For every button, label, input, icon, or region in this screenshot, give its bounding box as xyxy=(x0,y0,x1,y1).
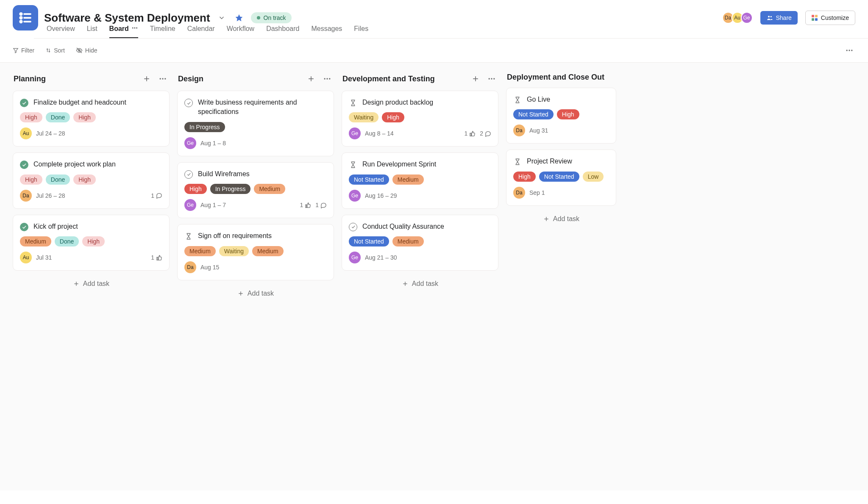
task-card[interactable]: Finalize budget and headcountHighDoneHig… xyxy=(13,91,170,147)
check-complete-icon[interactable] xyxy=(20,99,28,107)
tag-chip[interactable]: High xyxy=(184,184,207,194)
tag-chip[interactable]: Waiting xyxy=(219,246,249,256)
check-complete-icon[interactable] xyxy=(20,223,28,231)
customize-button[interactable]: Customize xyxy=(805,11,855,25)
tag-chip[interactable]: High xyxy=(382,112,404,122)
tag-chip[interactable]: Medium xyxy=(392,236,424,246)
assignee-avatar[interactable]: Ge xyxy=(184,137,196,149)
assignee-avatar[interactable]: Da xyxy=(513,187,525,199)
tag-chip[interactable]: Medium xyxy=(20,236,51,246)
tag-chip[interactable]: Done xyxy=(55,236,79,246)
task-card[interactable]: Design product backlogWaitingHighGeAug 8… xyxy=(342,91,498,147)
member-avatars[interactable]: DaAuGe xyxy=(722,12,753,24)
assignee-avatar[interactable]: Ge xyxy=(349,127,361,139)
add-task-button[interactable]: Add task xyxy=(234,286,277,301)
check-complete-icon[interactable] xyxy=(20,161,28,169)
check-incomplete-icon[interactable] xyxy=(184,99,193,107)
task-card[interactable]: Kick off projectMediumDoneHighAuJul 311 xyxy=(13,215,170,271)
tab-list[interactable]: List xyxy=(87,20,97,38)
tag-chip[interactable]: High xyxy=(513,172,536,182)
tag-chip[interactable]: High xyxy=(20,112,42,122)
tab-timeline[interactable]: Timeline xyxy=(150,20,175,38)
hourglass-icon[interactable] xyxy=(513,158,522,166)
tag-chip[interactable]: High xyxy=(73,174,96,185)
tag-chip[interactable]: Medium xyxy=(254,184,285,194)
column-more-button[interactable] xyxy=(321,73,333,85)
assignee-avatar[interactable]: Ge xyxy=(349,190,361,202)
tab-dashboard[interactable]: Dashboard xyxy=(266,20,299,38)
card-footer: GeAug 1 – 8 xyxy=(184,137,327,149)
task-card[interactable]: Run Development SprintNot StartedMediumG… xyxy=(342,152,498,208)
tag-chip[interactable]: Not Started xyxy=(513,109,554,119)
assignee-avatar[interactable]: Au xyxy=(20,127,32,139)
comments-count[interactable]: 2 xyxy=(480,130,491,137)
filter-button[interactable]: Filter xyxy=(13,47,34,54)
assignee-avatar[interactable]: Da xyxy=(513,125,525,136)
tag-chip[interactable]: Not Started xyxy=(349,174,389,185)
hourglass-icon[interactable] xyxy=(184,232,193,241)
task-card[interactable]: Build WireframesHighIn ProgressMediumGeA… xyxy=(177,162,334,218)
task-card[interactable]: Complete project work planHighDoneHighDa… xyxy=(13,152,170,208)
comments-count[interactable]: 1 xyxy=(151,192,162,199)
task-card[interactable]: Go LiveNot StartedHighDaAug 31 xyxy=(506,88,616,144)
tab-workflow[interactable]: Workflow xyxy=(227,20,255,38)
likes-count[interactable]: 1 xyxy=(151,254,162,261)
check-incomplete-icon[interactable] xyxy=(184,170,193,179)
tag-chip[interactable]: In Progress xyxy=(184,122,225,132)
svg-point-11 xyxy=(136,28,137,28)
add-card-button[interactable] xyxy=(470,73,481,85)
add-task-button[interactable]: Add task xyxy=(540,212,583,226)
tab-files[interactable]: Files xyxy=(354,20,368,38)
add-task-button[interactable]: Add task xyxy=(398,277,442,291)
tab-calendar[interactable]: Calendar xyxy=(187,20,215,38)
customize-label: Customize xyxy=(821,14,849,21)
likes-count[interactable]: 1 xyxy=(300,202,311,208)
tab-overview[interactable]: Overview xyxy=(47,20,75,38)
task-card[interactable]: Conduct Quality AssuranceNot StartedMedi… xyxy=(342,215,498,271)
task-card[interactable]: Project ReviewHighNot StartedLowDaSep 1 xyxy=(506,150,616,205)
tag-chip[interactable]: High xyxy=(557,109,579,119)
comments-count[interactable]: 1 xyxy=(315,202,327,208)
check-incomplete-icon[interactable] xyxy=(349,223,357,231)
tag-chip[interactable]: High xyxy=(82,236,105,246)
add-task-button[interactable]: Add task xyxy=(70,277,113,291)
more-options-button[interactable] xyxy=(843,44,855,56)
svg-point-8 xyxy=(770,16,771,17)
column-more-button[interactable] xyxy=(486,73,498,85)
tag-chip[interactable]: Waiting xyxy=(349,112,378,122)
assignee-avatar[interactable]: Ge xyxy=(184,199,196,211)
task-card[interactable]: Sign off on requirementsMediumWaitingMed… xyxy=(177,224,334,280)
assignee-avatar[interactable]: Da xyxy=(20,190,32,202)
hourglass-icon[interactable] xyxy=(513,96,522,104)
tag-chip[interactable]: Medium xyxy=(252,246,284,256)
tab-messages[interactable]: Messages xyxy=(311,20,342,38)
sort-button[interactable]: Sort xyxy=(45,47,65,54)
assignee-avatar[interactable]: Au xyxy=(20,252,32,263)
tag-chip[interactable]: Medium xyxy=(184,246,216,256)
add-card-button[interactable] xyxy=(141,73,153,85)
sort-icon xyxy=(45,47,51,53)
assignee-avatar[interactable]: Da xyxy=(184,261,196,273)
member-avatar[interactable]: Ge xyxy=(741,12,753,24)
tag-chip[interactable]: High xyxy=(73,112,96,122)
ellipsis-icon[interactable] xyxy=(131,25,138,33)
likes-count[interactable]: 1 xyxy=(464,130,476,137)
tag-chip[interactable]: High xyxy=(20,174,42,185)
add-card-button[interactable] xyxy=(305,73,317,85)
tag-chip[interactable]: Not Started xyxy=(539,172,579,182)
tag-chip[interactable]: In Progress xyxy=(210,184,251,194)
tag-chip[interactable]: Medium xyxy=(392,174,424,185)
hourglass-icon[interactable] xyxy=(349,161,357,169)
hourglass-icon[interactable] xyxy=(349,99,357,107)
tab-board[interactable]: Board xyxy=(109,20,138,38)
column-more-button[interactable] xyxy=(157,73,169,85)
share-button[interactable]: Share xyxy=(760,11,798,25)
hide-button[interactable]: Hide xyxy=(76,47,97,54)
tag-chip[interactable]: Done xyxy=(46,112,70,122)
project-dropdown-button[interactable] xyxy=(216,12,227,23)
task-card[interactable]: Write business requirements and specific… xyxy=(177,91,334,156)
tag-chip[interactable]: Done xyxy=(46,174,70,185)
tag-chip[interactable]: Not Started xyxy=(349,236,389,246)
tag-chip[interactable]: Low xyxy=(583,172,604,182)
assignee-avatar[interactable]: Ge xyxy=(349,252,361,263)
